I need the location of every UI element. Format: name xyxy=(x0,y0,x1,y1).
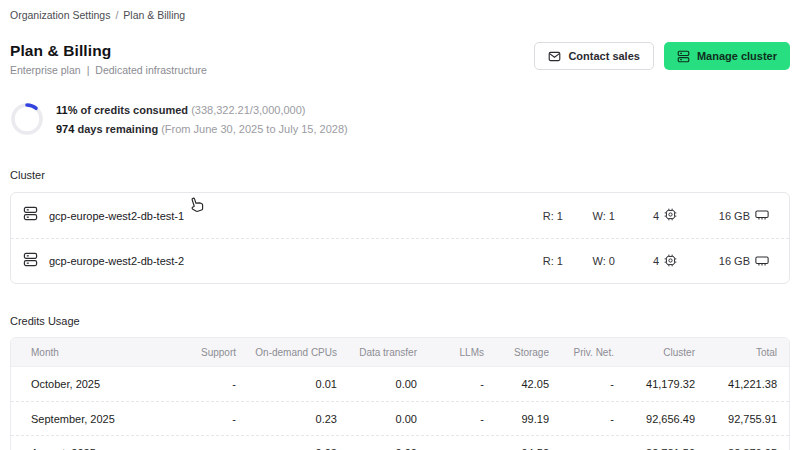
database-icon xyxy=(677,50,690,63)
credits-usage-table: Month Support On-demand CPUs Data transf… xyxy=(10,337,790,450)
storage-cell: 42.05 xyxy=(486,378,551,390)
priv-net-cell: - xyxy=(551,447,616,450)
cluster-stats: R: 1 W: 0 4 xyxy=(517,254,769,269)
credits-days-line: 974 days remaining (From June 30, 2025 t… xyxy=(56,123,348,135)
column-header-month: Month xyxy=(21,347,181,358)
column-header-cluster: Cluster xyxy=(616,347,697,358)
total-cell: 82,876.05 xyxy=(697,447,779,450)
cluster-cell: 41,179.32 xyxy=(616,378,697,390)
storage-cell: 94.52 xyxy=(486,447,551,450)
breadcrumb-separator: / xyxy=(115,9,118,21)
memory-value: 16 GB xyxy=(719,210,750,222)
cluster-name: gcp-europe-west2-db-test-1 xyxy=(49,210,184,222)
storage-cell: 99.19 xyxy=(486,413,551,425)
memory-value: 16 GB xyxy=(719,255,750,267)
on-demand-cpus-cell: 0.01 xyxy=(238,378,339,390)
cluster-cell: 82,781.50 xyxy=(616,447,697,450)
cluster-cell: 92,656.49 xyxy=(616,413,697,425)
credits-text: 11% of credits consumed (338,322.21/3,00… xyxy=(56,104,348,135)
cpu-count: 4 xyxy=(615,208,677,223)
manage-cluster-button[interactable]: Manage cluster xyxy=(664,42,790,70)
breadcrumb-plan-billing[interactable]: Plan & Billing xyxy=(123,9,185,21)
on-demand-cpus-cell: 0.23 xyxy=(238,413,339,425)
support-cell: - xyxy=(181,378,238,390)
title-block: Plan & Billing Enterprise plan | Dedicat… xyxy=(10,42,207,76)
read-replicas-value: R: 1 xyxy=(517,210,563,222)
memory-amount: 16 GB xyxy=(677,208,769,223)
write-replicas-value: W: 0 xyxy=(563,255,615,267)
column-header-storage: Storage xyxy=(486,347,551,358)
column-header-data-transfer: Data transfer xyxy=(339,347,419,358)
support-cell: - xyxy=(181,413,238,425)
contact-sales-label: Contact sales xyxy=(568,50,640,62)
memory-ram-icon xyxy=(755,254,769,269)
plan-billing-page: Organization Settings / Plan & Billing P… xyxy=(0,0,800,450)
credits-days-text: days remaining xyxy=(77,123,158,135)
usage-row-september: September, 2025 - 0.23 0.00 - 99.19 - 92… xyxy=(11,401,789,435)
credits-summary: 11% of credits consumed (338,322.21/3,00… xyxy=(10,102,790,136)
cpu-count: 4 xyxy=(615,254,677,269)
priv-net-cell: - xyxy=(551,413,616,425)
read-replicas-value: R: 1 xyxy=(517,255,563,267)
data-transfer-cell: 0.00 xyxy=(339,413,419,425)
credits-days-detail: (From June 30, 2025 to July 15, 2028) xyxy=(161,123,348,135)
usage-table-body: October, 2025 - 0.01 0.00 - 42.05 - 41,1… xyxy=(11,366,789,450)
cluster-name: gcp-europe-west2-db-test-2 xyxy=(49,255,184,267)
on-demand-cpus-cell: 0.03 xyxy=(238,447,339,450)
cluster-name-wrap: gcp-europe-west2-db-test-2 xyxy=(23,252,517,271)
priv-net-cell: - xyxy=(551,378,616,390)
month-cell: August, 2025 xyxy=(21,447,181,450)
column-header-support: Support xyxy=(181,347,238,358)
llms-cell: - xyxy=(419,378,486,390)
cpu-count-value: 4 xyxy=(653,210,659,222)
column-header-on-demand-cpus: On-demand CPUs xyxy=(238,347,339,358)
credits-consumed-detail: (338,322.21/3,000,000) xyxy=(191,104,305,116)
total-cell: 92,755.91 xyxy=(697,413,779,425)
cluster-row-2[interactable]: gcp-europe-west2-db-test-2 R: 1 W: 0 4 xyxy=(11,238,789,283)
breadcrumb-org-settings[interactable]: Organization Settings xyxy=(10,9,110,21)
subtitle-plan: Enterprise plan xyxy=(10,64,81,76)
database-icon xyxy=(23,206,38,225)
cluster-card: gcp-europe-west2-db-test-1 R: 1 W: 1 4 xyxy=(10,192,790,284)
column-header-total: Total xyxy=(697,347,779,358)
cluster-name-wrap: gcp-europe-west2-db-test-1 xyxy=(23,206,517,225)
page-title: Plan & Billing xyxy=(10,42,207,60)
llms-cell: - xyxy=(419,447,486,450)
contact-sales-button[interactable]: Contact sales xyxy=(534,42,654,70)
data-transfer-cell: 0.00 xyxy=(339,447,419,450)
breadcrumb: Organization Settings / Plan & Billing xyxy=(10,0,790,21)
memory-ram-icon xyxy=(755,208,769,223)
cluster-section-label: Cluster xyxy=(10,169,790,181)
page-header: Plan & Billing Enterprise plan | Dedicat… xyxy=(10,42,790,76)
llms-cell: - xyxy=(419,413,486,425)
subtitle-infrastructure: Dedicated infrastructure xyxy=(95,64,206,76)
page-subtitle: Enterprise plan | Dedicated infrastructu… xyxy=(10,64,207,76)
credits-days: 974 xyxy=(56,123,74,135)
support-cell: - xyxy=(181,447,238,450)
column-header-priv-net: Priv. Net. xyxy=(551,347,616,358)
month-cell: October, 2025 xyxy=(21,378,181,390)
subtitle-separator: | xyxy=(87,64,90,76)
month-cell: September, 2025 xyxy=(21,413,181,425)
cpu-chip-icon xyxy=(664,208,677,223)
total-cell: 41,221.38 xyxy=(697,378,779,390)
envelope-icon xyxy=(548,50,561,63)
write-replicas-value: W: 1 xyxy=(563,210,615,222)
credits-usage-section-label: Credits Usage xyxy=(10,315,790,327)
credits-percent: 11% xyxy=(56,104,77,116)
usage-table-header: Month Support On-demand CPUs Data transf… xyxy=(11,338,789,366)
database-icon xyxy=(23,252,38,271)
cluster-stats: R: 1 W: 1 4 xyxy=(517,208,769,223)
cpu-chip-icon xyxy=(664,254,677,269)
manage-cluster-label: Manage cluster xyxy=(697,50,777,62)
column-header-llms: LLMs xyxy=(419,347,486,358)
credits-consumed-text: of credits consumed xyxy=(80,104,188,116)
credits-donut xyxy=(10,102,44,136)
data-transfer-cell: 0.00 xyxy=(339,378,419,390)
cpu-count-value: 4 xyxy=(653,255,659,267)
cluster-row-1[interactable]: gcp-europe-west2-db-test-1 R: 1 W: 1 4 xyxy=(11,193,789,238)
usage-row-august: August, 2025 - 0.03 0.00 - 94.52 - 82,78… xyxy=(11,435,789,450)
memory-amount: 16 GB xyxy=(677,254,769,269)
usage-row-october: October, 2025 - 0.01 0.00 - 42.05 - 41,1… xyxy=(11,367,789,401)
credits-consumed-line: 11% of credits consumed (338,322.21/3,00… xyxy=(56,104,348,116)
